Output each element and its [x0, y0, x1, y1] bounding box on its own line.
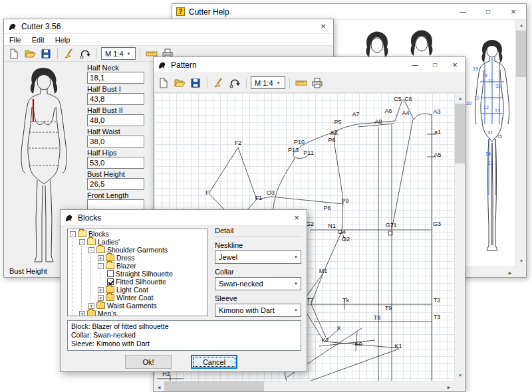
detail-panel: Detail NesklineJewel▼CollarSwan-necked▼S…	[215, 227, 301, 317]
pattern-point-label: O2	[342, 237, 350, 243]
menu-item-file[interactable]: File	[4, 35, 27, 45]
folder-icon	[87, 310, 96, 316]
scale-select[interactable]: M 1:4▼	[251, 76, 285, 89]
collar-select[interactable]: Swan-necked▼	[215, 277, 301, 290]
field-input-half-waist[interactable]	[87, 136, 144, 147]
scroll-up-icon[interactable]: ▲	[455, 93, 466, 104]
ruler-button[interactable]	[294, 76, 309, 90]
figure-measure-number: 19	[473, 66, 478, 71]
tree-guide	[69, 262, 78, 270]
scroll-left-icon[interactable]: ◀	[154, 381, 164, 392]
close-button[interactable]: ×	[445, 57, 465, 72]
tree-expander[interactable]: -	[70, 231, 76, 237]
tree-item-label: Winter Coat	[116, 294, 153, 302]
tree-expander[interactable]: +	[98, 295, 104, 301]
minimize-button[interactable]: —	[405, 57, 425, 72]
blocks-dialog-title: Blocks	[78, 213, 101, 223]
scroll-down-icon[interactable]: ▼	[516, 256, 526, 266]
field-input-bust-height[interactable]	[87, 178, 144, 190]
broom-button[interactable]	[211, 76, 226, 90]
pattern-point-label: K1	[394, 343, 402, 349]
figure-measure-number: 24	[485, 151, 491, 156]
figure-measure-number: 13	[495, 108, 500, 113]
scroll-right-icon[interactable]: ▶	[505, 267, 515, 277]
tree-guide	[78, 270, 88, 278]
tree-expander[interactable]: -	[88, 247, 94, 253]
field-input-half-neck[interactable]	[87, 72, 144, 84]
pattern-titlebar[interactable]: Pattern — □ ×	[154, 57, 465, 73]
pattern-point-label: K2	[321, 338, 329, 343]
toolbar-separator	[57, 49, 58, 59]
pattern-point-label: K	[337, 326, 341, 332]
pattern-window-title: Pattern	[171, 60, 197, 70]
menu-item-help[interactable]: Help	[50, 35, 76, 45]
tree-item[interactable]: +Men's	[69, 310, 207, 316]
app-icon	[8, 22, 17, 31]
scroll-down-icon[interactable]: ▼	[455, 370, 466, 381]
field-input-half-bust-i[interactable]	[87, 93, 144, 105]
new-document-button[interactable]	[156, 76, 171, 90]
pattern-point-label: A8	[374, 119, 382, 125]
pattern-point-label: P8	[328, 138, 335, 144]
pattern-vertical-scrollbar[interactable]: ▲ ▼	[454, 93, 465, 381]
main-window-title: Cutter 3.56	[21, 22, 61, 31]
pattern-point-label: G4	[338, 229, 346, 235]
redraw-button[interactable]	[78, 47, 92, 60]
figure-measure-number: 9	[485, 73, 487, 78]
field-input-half-hips[interactable]	[87, 157, 144, 169]
save-button[interactable]	[39, 47, 53, 60]
tree-item[interactable]: Fitted Silhouette	[69, 278, 207, 286]
sleeve-select[interactable]: Kimono with Dart▼	[215, 304, 301, 317]
menu-item-edit[interactable]: Edit	[27, 35, 50, 45]
tree-expander[interactable]: +	[98, 255, 104, 261]
broom-button[interactable]	[62, 47, 76, 60]
tree-item[interactable]: -Shoulder Garments	[69, 246, 207, 254]
tree-item[interactable]: +Dress	[69, 254, 207, 262]
new-document-button[interactable]	[7, 47, 21, 60]
cancel-button[interactable]: Cancel	[191, 355, 237, 369]
tree-expander[interactable]: -	[98, 263, 104, 269]
pattern-point-label: K0	[354, 342, 362, 347]
tree-guide	[78, 262, 88, 270]
tree-expander[interactable]: -	[79, 239, 85, 245]
redraw-button[interactable]	[227, 76, 242, 90]
tree-guide	[88, 278, 97, 286]
blocks-titlebar[interactable]: Blocks ×	[61, 210, 307, 226]
open-button[interactable]	[23, 47, 37, 60]
neskline-select[interactable]: Jewel▼	[215, 250, 301, 264]
open-button[interactable]	[172, 76, 187, 90]
scale-select[interactable]: M 1:4▼	[101, 47, 136, 60]
tree-expander[interactable]: +	[88, 303, 94, 309]
field-input-half-bust-ii[interactable]	[87, 114, 144, 126]
chevron-down-icon: ▼	[294, 255, 298, 259]
print-button[interactable]	[310, 76, 325, 90]
maximize-button[interactable]: □	[475, 4, 501, 19]
help-vertical-scrollbar[interactable]: ▲ ▼	[515, 20, 526, 266]
save-button[interactable]	[188, 76, 203, 90]
tree-item-label: Light Coat	[116, 286, 148, 294]
pattern-horizontal-scrollbar[interactable]: ◀ ▶	[154, 381, 454, 391]
tree-expander[interactable]: +	[98, 287, 104, 293]
field-label-half-waist: Half Waist	[87, 128, 148, 136]
minimize-button[interactable]: —	[450, 4, 475, 19]
tree-item[interactable]: -Blazer	[69, 262, 207, 270]
help-titlebar[interactable]: ? Cutter Help — □ ×	[172, 4, 526, 20]
tree-item[interactable]: +Winter Coat	[69, 294, 207, 302]
chevron-down-icon: ▼	[127, 52, 131, 56]
close-button[interactable]: ×	[501, 4, 526, 19]
tree-checkbox[interactable]	[107, 270, 114, 277]
maximize-button[interactable]: □	[425, 57, 445, 72]
scroll-up-icon[interactable]: ▲	[516, 20, 526, 31]
tree-expander[interactable]: +	[79, 311, 85, 317]
tree-item[interactable]: Straight Silhouette	[69, 270, 207, 278]
scroll-right-icon[interactable]: ▶	[444, 381, 454, 392]
tree-checkbox[interactable]	[107, 278, 114, 285]
tree-item[interactable]: -Ladies'	[69, 238, 207, 246]
tree-item[interactable]: +Light Coat	[69, 286, 207, 294]
pattern-point-label: F	[205, 190, 209, 196]
main-titlebar[interactable]: Cutter 3.56 ×	[4, 19, 333, 34]
ok-button[interactable]: Ok!	[125, 355, 172, 369]
close-button[interactable]: ×	[313, 19, 333, 33]
pattern-point-label: O3	[267, 190, 275, 196]
close-button[interactable]: ×	[287, 210, 307, 225]
